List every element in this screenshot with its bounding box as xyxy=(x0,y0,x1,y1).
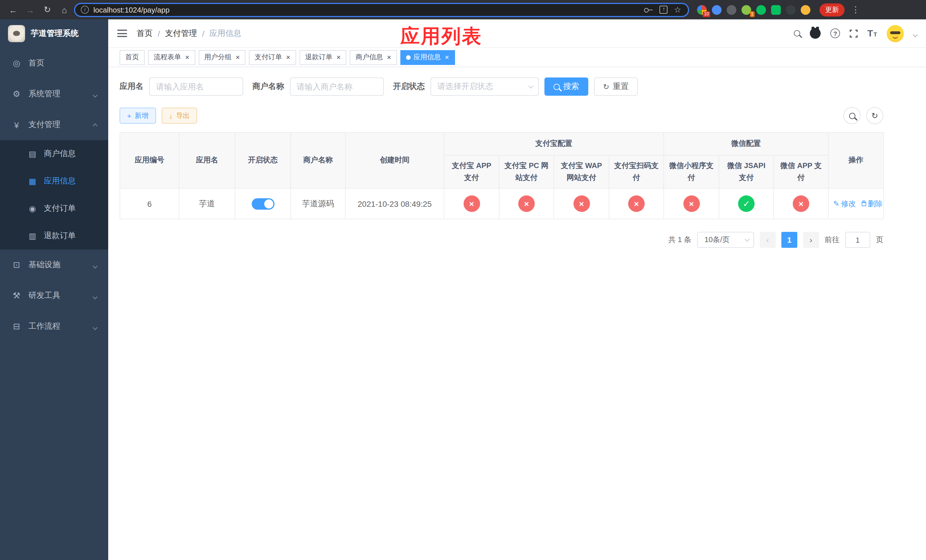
channel-status-icon: ×✓ xyxy=(573,195,590,212)
chevron-down-icon xyxy=(93,93,98,98)
tab-refund-order[interactable]: 退款订单 × xyxy=(300,50,346,65)
cell-merchant: 芋道源码 xyxy=(291,188,345,219)
tab-app-info[interactable]: 应用信息 × xyxy=(400,50,455,65)
chevron-down-icon xyxy=(528,83,533,88)
status-select[interactable]: 请选择开启状态 xyxy=(431,77,539,96)
tab-pay-order[interactable]: 支付订单 × xyxy=(249,50,296,65)
toggle-search-button[interactable] xyxy=(843,107,861,124)
app-table: 应用编号 应用名 开启状态 商户名称 创建时间 支付宝配置 微信配置 操作 支付… xyxy=(120,132,884,219)
help-icon[interactable]: ? xyxy=(830,29,840,38)
extension-icon[interactable]: 10 xyxy=(697,5,707,15)
home-button[interactable]: ⌂ xyxy=(57,2,72,17)
bookmark-star-icon[interactable]: ☆ xyxy=(674,5,681,14)
cell-app-id: 6 xyxy=(120,188,179,219)
channel-status-icon: ×✓ xyxy=(518,195,535,212)
fullscreen-icon[interactable] xyxy=(850,29,858,37)
tab-home[interactable]: 首页 xyxy=(120,50,145,65)
breadcrumb-section[interactable]: 支付管理 xyxy=(165,28,197,38)
page-title: 应用列表 xyxy=(400,23,483,50)
address-bar[interactable]: i localhost:1024/pay/app ↑ ☆ xyxy=(74,3,689,17)
sidebar-item-label: 基础设施 xyxy=(29,260,61,270)
reset-button[interactable]: ↻ 重置 xyxy=(594,77,638,96)
sidebar: 芋道管理系统 ◎ 首页 ⚙ 系统管理 ¥ 支付管理 ▤ 商户信息 xyxy=(0,20,108,560)
channel-status-icon: ×✓ xyxy=(683,195,700,212)
sidebar-item-merchant-info[interactable]: ▤ 商户信息 xyxy=(0,140,108,168)
tab-merchant-info[interactable]: 商户信息 × xyxy=(350,50,397,65)
tab-process-form[interactable]: 流程表单 × xyxy=(148,50,195,65)
app-title: 芋道管理系统 xyxy=(31,29,79,39)
reload-button[interactable]: ↻ xyxy=(40,2,54,17)
extension-icon[interactable]: 1 xyxy=(741,5,751,15)
close-icon[interactable]: × xyxy=(445,53,449,61)
sidebar-item-refund-order[interactable]: ▥ 退款订单 xyxy=(0,222,108,250)
extension-icon[interactable] xyxy=(756,5,766,15)
search-icon xyxy=(554,83,560,90)
chevron-down-icon xyxy=(93,325,98,330)
status-toggle[interactable] xyxy=(251,198,274,209)
close-icon[interactable]: × xyxy=(236,53,240,61)
sidebar-item-app-info[interactable]: ▦ 应用信息 xyxy=(0,168,108,195)
chevron-up-icon xyxy=(93,124,98,129)
breadcrumb-separator: / xyxy=(202,29,204,38)
browser-menu-button[interactable]: ⋮ xyxy=(851,5,860,15)
sidebar-item-system[interactable]: ⚙ 系统管理 xyxy=(0,79,108,109)
edit-link[interactable]: ✎ 修改 xyxy=(833,198,856,209)
extension-icon[interactable] xyxy=(727,5,736,15)
add-button[interactable]: + 新增 xyxy=(120,107,156,124)
sidebar-item-dev-tools[interactable]: ⚒ 研发工具 xyxy=(0,280,108,311)
page-number-1[interactable]: 1 xyxy=(781,232,797,248)
tags-view-bar: 首页 流程表单 × 用户分组 × 支付订单 × 退款订单 × xyxy=(108,48,926,67)
sidebar-item-pay-order[interactable]: ◉ 支付订单 xyxy=(0,195,108,222)
app-name-input[interactable] xyxy=(149,77,243,96)
password-key-icon[interactable] xyxy=(645,7,654,12)
breadcrumb-home[interactable]: 首页 xyxy=(137,28,153,38)
site-info-icon[interactable]: i xyxy=(81,6,89,14)
search-button[interactable]: 搜索 xyxy=(545,77,588,96)
refresh-table-button[interactable]: ↻ xyxy=(866,107,883,124)
delete-link[interactable]: 删除 xyxy=(862,198,883,209)
extension-icon[interactable] xyxy=(801,5,810,15)
back-button[interactable]: ← xyxy=(6,2,21,17)
tab-user-group[interactable]: 用户分组 × xyxy=(198,50,245,65)
page-size-select[interactable]: 10条/页 xyxy=(697,232,754,248)
browser-update-button[interactable]: 更新 xyxy=(820,3,844,16)
navbar-actions: ? TT xyxy=(794,25,917,42)
cell-actions: ✎ 修改 删除 xyxy=(828,188,884,219)
next-page-button[interactable]: › xyxy=(803,232,819,248)
close-icon[interactable]: × xyxy=(387,53,391,61)
refresh-icon: ↻ xyxy=(603,83,609,90)
col-wx-app: 微信 APP 支付 xyxy=(774,155,828,188)
sidebar-item-home[interactable]: ◎ 首页 xyxy=(0,48,108,79)
chevron-down-icon[interactable] xyxy=(914,28,917,38)
github-icon[interactable] xyxy=(810,28,821,39)
extension-icon[interactable] xyxy=(712,5,722,15)
sidebar-item-label: 系统管理 xyxy=(29,89,61,99)
avatar[interactable] xyxy=(887,25,904,42)
merchant-name-input[interactable] xyxy=(290,77,384,96)
forward-button[interactable]: → xyxy=(23,2,38,17)
font-size-icon[interactable]: TT xyxy=(867,29,877,38)
sidebar-item-payment[interactable]: ¥ 支付管理 xyxy=(0,109,108,140)
goto-page-input[interactable] xyxy=(845,232,870,248)
cell-alipay-qr: ×✓ xyxy=(609,188,664,219)
sidebar-item-label: 首页 xyxy=(29,58,44,68)
export-button[interactable]: ↓ 导出 xyxy=(162,107,197,124)
col-status: 开启状态 xyxy=(235,132,291,188)
top-navbar: 首页 / 支付管理 / 应用信息 应用列表 ? TT xyxy=(108,20,926,48)
sidebar-collapse-button[interactable] xyxy=(117,30,127,37)
content-area: 应用名 商户名称 开启状态 请选择开启状态 搜索 ↻ 重置 xyxy=(108,67,926,560)
extension-icon[interactable] xyxy=(786,5,796,15)
sidebar-item-infrastructure[interactable]: ⊡ 基础设施 xyxy=(0,250,108,280)
search-icon[interactable] xyxy=(794,30,800,36)
url-text: localhost:1024/pay/app xyxy=(94,5,640,14)
status-select-placeholder: 请选择开启状态 xyxy=(437,82,493,92)
extension-icon[interactable] xyxy=(771,5,781,15)
sidebar-item-workflow[interactable]: ⊟ 工作流程 xyxy=(0,311,108,342)
close-icon[interactable]: × xyxy=(286,53,290,61)
prev-page-button[interactable]: ‹ xyxy=(760,232,776,248)
close-icon[interactable]: × xyxy=(337,53,341,61)
close-icon[interactable]: × xyxy=(185,53,189,61)
col-actions: 操作 xyxy=(828,132,884,188)
share-icon[interactable]: ↑ xyxy=(660,6,668,14)
col-app-name: 应用名 xyxy=(179,132,235,188)
